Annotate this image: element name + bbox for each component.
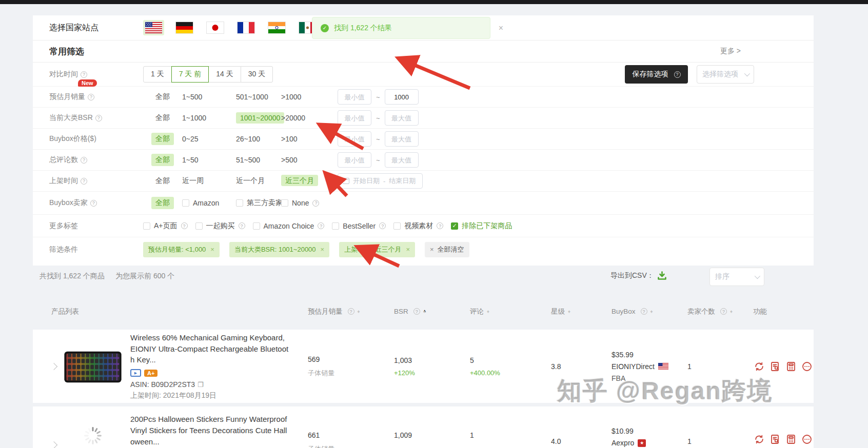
header-sellers[interactable]: 卖家个数?▲▼ [687,307,753,316]
listed-option-month[interactable]: 近一个月 [236,176,281,186]
seller-option-all[interactable]: 全部 [143,197,182,209]
compare-30d-button[interactable]: 30 天 [241,66,273,83]
reviews-option-1-50[interactable]: 1~50 [182,156,236,164]
help-icon[interactable]: ? [90,200,97,207]
reviews-max-input[interactable] [385,152,419,168]
bsr-option-all[interactable]: 全部 [143,113,182,123]
expand-row-icon[interactable] [50,441,57,448]
help-icon[interactable]: ? [239,222,245,229]
sales-max-input[interactable] [385,89,419,105]
toast-close-icon[interactable]: × [499,24,503,32]
product-image[interactable] [63,345,123,388]
sort-icon[interactable]: ▲▼ [486,311,490,312]
sort-icon-active[interactable]: ▲▼ [423,311,427,312]
header-buybox[interactable]: BuyBox?▲▼ [611,308,687,315]
price-option-all[interactable]: 全部 [143,133,182,145]
header-bsr[interactable]: BSR?▲▼ [394,308,470,315]
help-icon[interactable]: ? [379,222,386,229]
help-icon[interactable]: ? [720,308,727,315]
header-reviews[interactable]: 评论▲▼ [470,307,551,316]
compare-7d-button[interactable]: 7 天 前 [171,66,209,83]
help-icon[interactable]: ? [318,222,324,229]
price-min-input[interactable] [338,131,371,147]
help-icon[interactable]: ? [181,222,188,229]
header-sales[interactable]: 预估月销量?▲▼ [308,307,394,316]
checkbox-video-material[interactable]: 视频素材? [393,221,443,231]
calculator-icon[interactable] [785,360,797,373]
sort-icon[interactable]: ▲▼ [357,311,361,312]
help-icon[interactable]: ? [641,308,647,315]
listed-option-week[interactable]: 近一周 [182,176,236,186]
compare-14d-button[interactable]: 14 天 [208,66,241,83]
sub-sales-label[interactable]: 子体销量 [308,369,394,378]
sort-select[interactable]: 排序 [709,268,764,286]
country-germany-flag[interactable] [174,20,195,35]
expand-row-icon[interactable] [50,362,57,370]
reviews-option-all[interactable]: 全部 [143,154,182,166]
export-csv[interactable]: 导出到CSV： [610,271,667,280]
more-actions-icon[interactable] [801,433,813,445]
price-option-gt100[interactable]: >100 [281,135,338,143]
sort-icon[interactable]: ▲▼ [567,311,571,312]
header-rating[interactable]: 星级▲▼ [551,307,611,316]
more-actions-icon[interactable] [801,360,813,373]
bsr-min-input[interactable] [338,110,371,126]
sales-option-501-1000[interactable]: 501~1000 [236,93,281,101]
checkbox-bought-together[interactable]: 一起购买? [195,221,245,231]
help-icon[interactable]: ? [81,157,87,164]
country-us-flag[interactable] [143,20,164,35]
checkbox-exclude-delisted[interactable]: ✓排除已下架商品 [451,221,512,231]
checkbox-amazon-choice[interactable]: Amazon Choice? [253,222,325,230]
checkbox-none[interactable]: None? [281,199,338,207]
help-icon[interactable]: ? [437,222,443,229]
listed-option-all[interactable]: 全部 [143,176,182,186]
sales-min-input[interactable] [338,89,371,105]
help-icon[interactable]: ? [312,200,319,207]
save-filter-button[interactable]: 保存筛选项? [625,65,688,84]
country-france-flag[interactable] [235,20,257,35]
checkbox-aplus-page[interactable]: A+页面? [143,221,188,231]
refresh-icon[interactable] [753,433,765,445]
remove-tag-icon[interactable]: × [210,246,214,253]
reviews-min-input[interactable] [338,152,371,168]
listed-option-3months[interactable]: 近三个月 [281,176,338,186]
sort-icon[interactable]: ▲▼ [729,311,733,312]
sales-option-all[interactable]: 全部 [143,92,182,101]
refresh-icon[interactable] [753,360,765,373]
more-filters-link[interactable]: 更多 > [720,47,741,56]
checkbox-bestseller[interactable]: BestSeller? [332,222,386,230]
checkbox-third-party[interactable]: 第三方卖家 [236,198,281,208]
country-japan-flag[interactable] [205,20,226,35]
bsr-option-1-1000[interactable]: 1~1000 [182,114,236,122]
help-icon[interactable]: ? [348,308,354,315]
listing-detail-icon[interactable] [769,433,781,445]
preset-filter-select[interactable]: 选择筛选项 [697,65,754,84]
product-title[interactable]: 200Pcs Halloween Stickers Funny Waterpro… [130,414,290,447]
compare-1d-button[interactable]: 1 天 [143,66,172,83]
bsr-option-gt20000[interactable]: >20000 [281,114,338,122]
sales-option-1-500[interactable]: 1~500 [182,93,236,101]
bsr-max-input[interactable] [385,110,419,126]
price-option-26-100[interactable]: 26~100 [236,135,281,143]
help-icon[interactable]: ? [88,94,94,100]
sales-option-gt1000[interactable]: >1000 [281,93,338,101]
help-icon[interactable]: ? [95,115,102,121]
listing-detail-icon[interactable] [769,360,781,373]
help-icon[interactable]: ? [413,308,420,315]
date-range-input[interactable]: 开始日期 - 结束日期 [338,173,423,189]
price-option-0-25[interactable]: 0~25 [182,135,236,143]
sub-sales-label[interactable]: 子体销量 [308,444,394,448]
reviews-option-51-500[interactable]: 51~500 [236,156,281,164]
clear-all-button[interactable]: ×全部清空 [425,242,469,257]
help-icon[interactable]: ? [81,178,87,185]
remove-tag-icon[interactable]: × [321,246,325,253]
reviews-option-gt500[interactable]: >500 [281,156,338,164]
calculator-icon[interactable] [785,433,797,445]
product-title[interactable]: Wireless 60% Mechanical Gaming Keyboard,… [130,332,290,365]
price-max-input[interactable] [385,131,419,147]
help-icon[interactable]: ? [81,71,87,78]
country-india-flag[interactable] [266,20,287,35]
copy-icon[interactable]: ❐ [198,381,204,389]
checkbox-amazon[interactable]: Amazon [182,199,236,207]
sort-icon[interactable]: ▲▼ [650,311,654,312]
